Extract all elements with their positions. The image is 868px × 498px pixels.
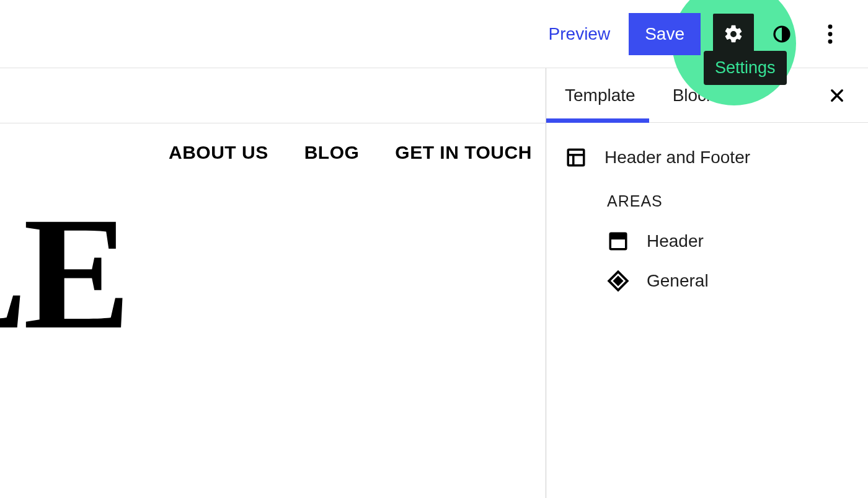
layout-icon bbox=[565, 146, 587, 169]
general-icon bbox=[607, 270, 629, 292]
canvas-header-spacer bbox=[0, 68, 546, 123]
more-menu-button[interactable] bbox=[810, 14, 851, 55]
contrast-icon bbox=[771, 23, 793, 45]
tab-active-indicator bbox=[546, 118, 649, 123]
svg-point-3 bbox=[828, 39, 833, 43]
area-label: General bbox=[647, 271, 709, 291]
settings-button[interactable] bbox=[713, 14, 754, 55]
styles-button[interactable] bbox=[761, 14, 802, 55]
nav-item-blog[interactable]: BLOG bbox=[304, 142, 360, 163]
main-area: ABOUT US BLOG GET IN TOUCH LE Template B… bbox=[0, 68, 868, 498]
header-icon bbox=[607, 230, 629, 252]
area-label: Header bbox=[647, 231, 704, 251]
template-name-row[interactable]: Header and Footer bbox=[565, 140, 849, 184]
close-sidebar-button[interactable] bbox=[825, 83, 849, 108]
svg-point-2 bbox=[828, 32, 833, 36]
settings-tooltip: Settings bbox=[704, 51, 787, 85]
svg-rect-8 bbox=[610, 233, 626, 239]
sidebar-body: Header and Footer AREAS Header General bbox=[546, 123, 868, 318]
areas-heading: AREAS bbox=[607, 192, 849, 210]
area-item-general[interactable]: General bbox=[565, 261, 849, 301]
more-vertical-icon bbox=[819, 23, 841, 45]
area-item-header[interactable]: Header bbox=[565, 221, 849, 261]
nav-item-about[interactable]: ABOUT US bbox=[169, 142, 268, 163]
svg-rect-10 bbox=[613, 276, 624, 287]
template-name-label: Header and Footer bbox=[604, 148, 750, 167]
gear-icon bbox=[722, 23, 745, 45]
preview-button[interactable]: Preview bbox=[549, 24, 611, 44]
site-nav: ABOUT US BLOG GET IN TOUCH bbox=[169, 123, 546, 163]
settings-button-wrap: Settings bbox=[713, 14, 754, 55]
settings-sidebar: Template Block Header and Footer AREAS bbox=[546, 68, 868, 498]
close-icon bbox=[826, 84, 848, 107]
tab-template[interactable]: Template bbox=[546, 68, 654, 122]
save-button[interactable]: Save bbox=[629, 13, 701, 55]
hero-title-fragment: LE bbox=[0, 192, 127, 353]
svg-rect-4 bbox=[568, 149, 584, 166]
nav-item-contact[interactable]: GET IN TOUCH bbox=[395, 142, 531, 163]
svg-point-1 bbox=[828, 24, 833, 29]
editor-canvas[interactable]: ABOUT US BLOG GET IN TOUCH LE bbox=[0, 68, 546, 498]
